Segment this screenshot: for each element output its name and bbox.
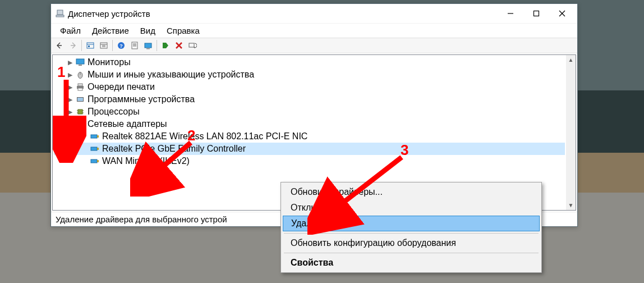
svg-rect-41 bbox=[91, 135, 97, 138]
mouse-icon bbox=[75, 70, 85, 79]
chevron-right-icon[interactable]: ▶ bbox=[66, 59, 74, 66]
software-device-icon bbox=[75, 95, 85, 104]
chevron-right-icon[interactable]: ▶ bbox=[66, 71, 74, 79]
close-button[interactable] bbox=[549, 5, 575, 22]
tree-category-printers[interactable]: ▶ Очереди печати bbox=[54, 81, 565, 93]
chevron-right-icon[interactable]: ▶ bbox=[66, 84, 74, 91]
enable-button[interactable] bbox=[159, 39, 172, 52]
svg-rect-21 bbox=[163, 43, 166, 48]
annotation-3: 3 bbox=[401, 142, 408, 159]
svg-rect-24 bbox=[189, 43, 194, 47]
device-tree[interactable]: ▶ Мониторы ▶ Мыши и иные указывающие уст… bbox=[53, 55, 566, 168]
svg-rect-44 bbox=[97, 148, 99, 150]
status-text: Удаление драйвера для выбранного устрой bbox=[56, 214, 227, 224]
tree-category-monitors[interactable]: ▶ Мониторы bbox=[54, 56, 565, 69]
svg-rect-30 bbox=[78, 84, 82, 86]
printer-icon bbox=[75, 83, 85, 92]
tree-label: Очереди печати bbox=[88, 82, 155, 92]
menu-action[interactable]: Действие bbox=[86, 25, 135, 36]
monitor-icon bbox=[75, 58, 85, 67]
forward-button[interactable] bbox=[67, 39, 79, 52]
prop-sheet-button[interactable] bbox=[128, 39, 141, 52]
help-button[interactable]: ? bbox=[115, 39, 127, 52]
window-controls bbox=[498, 5, 575, 22]
ctx-disable[interactable]: Отключить bbox=[283, 200, 540, 216]
toolbar: ? bbox=[51, 38, 577, 53]
update-driver-button[interactable] bbox=[142, 39, 154, 52]
svg-rect-15 bbox=[132, 42, 137, 49]
tree-label: Сетевые адаптеры bbox=[88, 119, 167, 129]
svg-rect-0 bbox=[57, 10, 63, 15]
svg-rect-6 bbox=[87, 43, 94, 48]
svg-rect-42 bbox=[97, 135, 99, 138]
svg-rect-45 bbox=[91, 159, 97, 163]
svg-rect-34 bbox=[78, 109, 82, 114]
network-adapter-icon bbox=[90, 144, 100, 153]
tree-label: Realtek 8821AE Wireless LAN 802.11ac PCI… bbox=[102, 131, 307, 142]
maximize-button[interactable] bbox=[523, 5, 549, 22]
ctx-delete[interactable]: Удалить bbox=[283, 216, 540, 231]
svg-rect-31 bbox=[78, 88, 82, 90]
tree-label: Программные устройства bbox=[88, 94, 195, 104]
chevron-right-icon[interactable]: ▶ bbox=[66, 96, 74, 103]
annotation-1: 1 bbox=[57, 63, 65, 81]
chevron-down-icon[interactable]: ⋁ bbox=[66, 121, 74, 128]
ctx-properties[interactable]: Свойства bbox=[283, 255, 540, 271]
svg-rect-1 bbox=[56, 15, 64, 17]
svg-rect-20 bbox=[146, 48, 150, 49]
svg-rect-46 bbox=[97, 160, 99, 162]
tree-label: WAN Miniport (IKEv2) bbox=[102, 156, 190, 166]
svg-rect-33 bbox=[77, 98, 83, 101]
svg-rect-26 bbox=[79, 65, 82, 66]
network-adapter-icon bbox=[90, 132, 100, 141]
tree-category-processors[interactable]: ▶ Процессоры bbox=[54, 106, 565, 118]
tree-label: Мыши и иные указывающие устройства bbox=[88, 70, 254, 80]
tree-category-mice[interactable]: ▶ Мыши и иные указывающие устройства bbox=[54, 69, 565, 81]
scroll-up-button[interactable]: ▲ bbox=[566, 55, 576, 65]
menubar: Файл Действие Вид Справка bbox=[51, 23, 577, 38]
app-icon bbox=[56, 9, 65, 18]
menu-view[interactable]: Вид bbox=[135, 25, 161, 36]
svg-rect-25 bbox=[76, 59, 84, 64]
ctx-update-drivers[interactable]: Обновить драйверы... bbox=[283, 184, 540, 200]
cpu-icon bbox=[75, 107, 85, 116]
show-hide-tree-button[interactable] bbox=[84, 39, 96, 52]
annotation-2: 2 bbox=[187, 127, 195, 144]
context-menu: Обновить драйверы... Отключить Удалить О… bbox=[280, 182, 542, 273]
svg-rect-43 bbox=[91, 147, 97, 150]
tree-label: Мониторы bbox=[88, 57, 131, 67]
svg-text:?: ? bbox=[119, 43, 123, 49]
svg-rect-39 bbox=[76, 122, 82, 126]
tree-category-software[interactable]: ▶ Программные устройства bbox=[54, 93, 565, 106]
network-adapter-icon bbox=[75, 120, 85, 129]
chevron-right-icon[interactable]: ▶ bbox=[66, 108, 74, 116]
scroll-down-button[interactable]: ▼ bbox=[566, 200, 576, 210]
minimize-button[interactable] bbox=[498, 5, 523, 22]
network-adapter-icon bbox=[90, 157, 100, 166]
ctx-scan-hardware[interactable]: Обновить конфигурацию оборудования bbox=[283, 235, 540, 251]
tree-item-adapter-2[interactable]: WAN Miniport (IKEv2) bbox=[54, 155, 565, 167]
tree-label: Realtek PCIe GbE Family Controller bbox=[102, 144, 246, 154]
tree-item-adapter-0[interactable]: Realtek 8821AE Wireless LAN 802.11ac PCI… bbox=[54, 130, 565, 143]
svg-rect-19 bbox=[145, 43, 151, 48]
properties-button[interactable] bbox=[98, 39, 110, 52]
svg-rect-8 bbox=[88, 45, 90, 47]
menu-file[interactable]: Файл bbox=[54, 25, 86, 36]
svg-rect-40 bbox=[82, 123, 84, 125]
menu-help[interactable]: Справка bbox=[161, 25, 205, 36]
tree-item-adapter-1[interactable]: Realtek PCIe GbE Family Controller bbox=[54, 143, 565, 155]
vertical-scrollbar[interactable]: ▲ ▼ bbox=[566, 55, 576, 210]
menu-separator bbox=[284, 233, 539, 234]
menu-separator bbox=[284, 253, 539, 253]
back-button[interactable] bbox=[53, 39, 66, 52]
titlebar: Диспетчер устройств bbox=[51, 4, 577, 23]
svg-rect-3 bbox=[534, 11, 539, 16]
scan-hardware-button[interactable] bbox=[186, 39, 199, 52]
tree-category-network[interactable]: ⋁ Сетевые адаптеры bbox=[54, 118, 565, 130]
tree-label: Процессоры bbox=[88, 107, 140, 117]
uninstall-button[interactable] bbox=[173, 39, 185, 52]
window-title: Диспетчер устройств bbox=[68, 9, 498, 19]
